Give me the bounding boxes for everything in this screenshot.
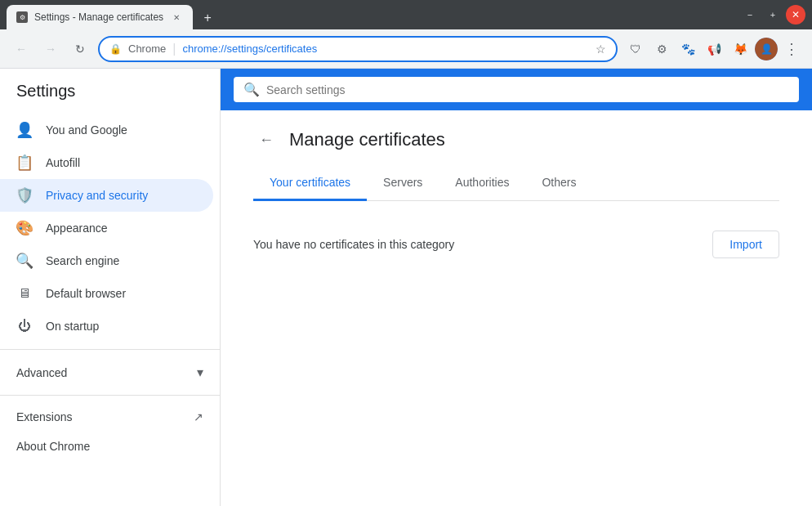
chevron-down-icon: ▾ [197, 365, 203, 380]
bookmark-icon[interactable]: ☆ [596, 43, 606, 56]
external-link-icon: ↗ [194, 410, 203, 423]
sidebar-label-search-engine: Search engine [46, 254, 119, 267]
sidebar-item-search-engine[interactable]: 🔍 Search engine [0, 244, 213, 277]
back-button[interactable]: ← [10, 38, 33, 60]
avatar[interactable]: 👤 [755, 38, 778, 60]
active-tab[interactable]: ⚙ Settings - Manage certificates ✕ [7, 5, 193, 29]
sidebar-title: Settings [0, 69, 220, 114]
tab-bar: ⚙ Settings - Manage certificates ✕ + [7, 0, 219, 29]
search-bar: 🔍 [221, 69, 812, 110]
import-button[interactable]: Import [712, 231, 779, 258]
tab-servers[interactable]: Servers [367, 166, 439, 201]
search-icon: 🔍 [243, 82, 260, 97]
address-bar: ← → ↻ 🔒 Chrome | chrome://settings/certi… [0, 29, 812, 69]
sidebar-label-extensions: Extensions [16, 410, 72, 423]
page-header: ← Manage certificates [253, 110, 779, 166]
tab-authorities[interactable]: Authorities [439, 166, 525, 201]
sidebar-extensions[interactable]: Extensions ↗ [0, 402, 220, 432]
url-text: chrome://settings/certificates [182, 43, 589, 55]
sidebar-label-about-chrome: About Chrome [16, 440, 90, 453]
sidebar-label-privacy-and-security: Privacy and security [46, 189, 148, 202]
sidebar-label-you-and-google: You and Google [46, 123, 127, 137]
sidebar-item-you-and-google[interactable]: 👤 You and Google [0, 114, 213, 146]
url-divider: | [172, 42, 176, 56]
security-icon: 🔒 [109, 43, 122, 55]
close-button[interactable]: ✕ [786, 5, 805, 25]
sidebar-divider-2 [0, 395, 220, 396]
shield-sidebar-icon: 🛡️ [16, 187, 33, 204]
main-area: Settings 👤 You and Google 📋 Autofill 🛡️ … [0, 69, 812, 506]
sidebar-item-appearance[interactable]: 🎨 Appearance [0, 212, 213, 244]
sidebar-advanced[interactable]: Advanced ▾ [0, 356, 220, 388]
forward-button[interactable]: → [39, 38, 62, 60]
maximize-button[interactable]: + [763, 5, 783, 25]
sidebar-label-on-startup: On startup [46, 320, 99, 333]
minimize-button[interactable]: − [740, 5, 760, 25]
back-page-button[interactable]: ← [253, 127, 279, 153]
tab-title: Settings - Manage certificates [34, 11, 163, 23]
sidebar-label-advanced: Advanced [16, 366, 184, 379]
shield-icon[interactable]: 🛡 [624, 38, 647, 60]
new-tab-button[interactable]: + [196, 7, 219, 29]
sidebar-item-privacy-and-security[interactable]: 🛡️ Privacy and security [0, 179, 213, 212]
sidebar-divider [0, 349, 220, 350]
page-title: Manage certificates [289, 129, 445, 150]
sidebar-label-autofill: Autofill [46, 156, 80, 169]
tab-others[interactable]: Others [525, 166, 592, 201]
tab-favicon: ⚙ [16, 11, 28, 23]
person-icon: 👤 [16, 122, 33, 138]
extension-icon-3[interactable]: 📢 [703, 38, 725, 60]
menu-button[interactable]: ⋮ [781, 37, 802, 61]
url-bar[interactable]: 🔒 Chrome | chrome://settings/certificate… [98, 36, 618, 62]
extension-icon-4[interactable]: 🦊 [729, 38, 752, 60]
startup-icon: ⏻ [16, 318, 33, 334]
extension-icon-2[interactable]: 🐾 [676, 38, 699, 60]
window-controls: − + ✕ [740, 5, 805, 25]
content-area: 🔍 ← Manage certificates Your certificate… [221, 69, 812, 506]
tab-close-button[interactable]: ✕ [170, 11, 183, 24]
tab-your-certificates[interactable]: Your certificates [253, 166, 367, 201]
sidebar-item-autofill[interactable]: 📋 Autofill [0, 146, 213, 179]
appearance-icon: 🎨 [16, 220, 33, 236]
page-content: ← Manage certificates Your certificates … [221, 110, 812, 506]
certificate-tabs: Your certificates Servers Authorities Ot… [253, 166, 779, 201]
certificate-empty-state: You have no certificates in this categor… [253, 221, 779, 268]
search-input-wrapper[interactable]: 🔍 [234, 77, 799, 102]
chrome-label: Chrome [128, 43, 166, 55]
toolbar-icons: 🛡 ⚙ 🐾 📢 🦊 👤 ⋮ [624, 37, 802, 61]
search-sidebar-icon: 🔍 [16, 253, 33, 269]
sidebar: Settings 👤 You and Google 📋 Autofill 🛡️ … [0, 69, 221, 506]
extension-icon-1[interactable]: ⚙ [650, 38, 673, 60]
autofill-icon: 📋 [16, 154, 33, 171]
empty-message: You have no certificates in this categor… [253, 238, 454, 251]
browser-icon: 🖥 [16, 285, 33, 302]
refresh-button[interactable]: ↻ [69, 38, 91, 60]
sidebar-item-on-startup[interactable]: ⏻ On startup [0, 310, 213, 343]
search-input[interactable] [266, 83, 789, 96]
title-bar: ⚙ Settings - Manage certificates ✕ + − +… [0, 0, 812, 29]
sidebar-label-default-browser: Default browser [46, 287, 126, 300]
sidebar-item-default-browser[interactable]: 🖥 Default browser [0, 277, 213, 310]
sidebar-label-appearance: Appearance [46, 222, 108, 235]
sidebar-about-chrome[interactable]: About Chrome [0, 432, 220, 461]
